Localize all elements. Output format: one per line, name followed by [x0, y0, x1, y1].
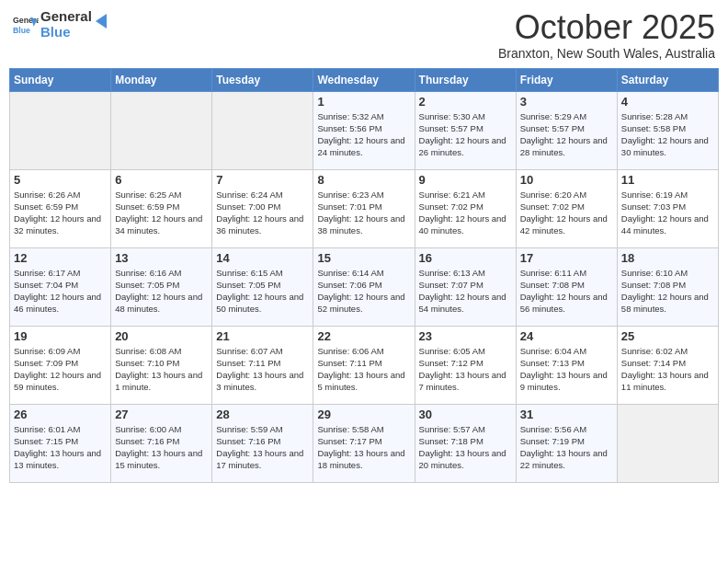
day-cell: 2Sunrise: 5:30 AMSunset: 5:57 PMDaylight…	[415, 91, 516, 169]
day-number: 18	[621, 251, 714, 265]
day-number: 12	[14, 251, 107, 265]
page-header: General Blue General Blue October 2025 B…	[9, 9, 719, 61]
day-number: 26	[14, 408, 107, 421]
day-number: 29	[317, 408, 410, 421]
day-info: Sunrise: 6:15 AMSunset: 7:05 PMDaylight:…	[216, 267, 309, 316]
day-info: Sunrise: 6:05 AMSunset: 7:12 PMDaylight:…	[419, 345, 512, 394]
day-info: Sunrise: 5:58 AMSunset: 7:17 PMDaylight:…	[317, 423, 410, 472]
day-number: 24	[520, 329, 613, 343]
day-info: Sunrise: 6:02 AMSunset: 7:14 PMDaylight:…	[621, 345, 714, 394]
day-info: Sunrise: 6:17 AMSunset: 7:04 PMDaylight:…	[14, 267, 107, 316]
day-cell: 15Sunrise: 6:14 AMSunset: 7:06 PMDayligh…	[313, 247, 415, 326]
day-cell: 5Sunrise: 6:26 AMSunset: 6:59 PMDaylight…	[10, 169, 111, 247]
day-number: 13	[115, 251, 208, 265]
day-info: Sunrise: 5:30 AMSunset: 5:57 PMDaylight:…	[419, 110, 512, 159]
logo-icon: General Blue	[13, 12, 39, 38]
day-number: 23	[419, 329, 512, 343]
day-info: Sunrise: 6:09 AMSunset: 7:09 PMDaylight:…	[14, 345, 107, 394]
day-info: Sunrise: 6:21 AMSunset: 7:02 PMDaylight:…	[419, 189, 512, 237]
day-info: Sunrise: 6:16 AMSunset: 7:05 PMDaylight:…	[115, 267, 208, 316]
day-number: 15	[317, 251, 410, 265]
day-cell: 29Sunrise: 5:58 AMSunset: 7:17 PMDayligh…	[313, 404, 415, 482]
day-cell: 6Sunrise: 6:25 AMSunset: 6:59 PMDaylight…	[111, 169, 212, 247]
day-number: 25	[621, 329, 714, 343]
day-cell: 17Sunrise: 6:11 AMSunset: 7:08 PMDayligh…	[516, 247, 617, 326]
day-info: Sunrise: 6:11 AMSunset: 7:08 PMDaylight:…	[520, 267, 613, 316]
svg-text:Blue: Blue	[13, 25, 30, 34]
day-cell: 13Sunrise: 6:16 AMSunset: 7:05 PMDayligh…	[111, 247, 212, 326]
day-number: 16	[419, 251, 512, 265]
weekday-header-thursday: Thursday	[415, 68, 516, 91]
day-cell: 16Sunrise: 6:13 AMSunset: 7:07 PMDayligh…	[415, 247, 516, 326]
logo-arrow-icon	[96, 12, 114, 30]
calendar-table: SundayMondayTuesdayWednesdayThursdayFrid…	[9, 68, 719, 483]
day-cell: 20Sunrise: 6:08 AMSunset: 7:10 PMDayligh…	[111, 326, 212, 404]
day-number: 7	[216, 173, 309, 187]
day-cell	[617, 404, 718, 482]
weekday-header-tuesday: Tuesday	[212, 68, 313, 91]
day-number: 17	[520, 251, 613, 265]
weekday-header-saturday: Saturday	[617, 68, 718, 91]
day-number: 28	[216, 408, 309, 421]
day-number: 21	[216, 329, 309, 343]
day-number: 30	[419, 408, 512, 421]
day-info: Sunrise: 5:56 AMSunset: 7:19 PMDaylight:…	[520, 423, 613, 472]
day-cell: 10Sunrise: 6:20 AMSunset: 7:02 PMDayligh…	[516, 169, 617, 247]
week-row-2: 5Sunrise: 6:26 AMSunset: 6:59 PMDaylight…	[10, 169, 719, 247]
day-number: 2	[419, 95, 512, 109]
day-info: Sunrise: 6:19 AMSunset: 7:03 PMDaylight:…	[621, 189, 714, 237]
logo-blue: Blue	[40, 25, 92, 40]
day-cell	[10, 91, 111, 169]
day-number: 22	[317, 329, 410, 343]
day-number: 5	[14, 173, 107, 187]
day-info: Sunrise: 6:20 AMSunset: 7:02 PMDaylight:…	[520, 189, 613, 237]
weekday-header-sunday: Sunday	[10, 68, 111, 91]
day-info: Sunrise: 6:07 AMSunset: 7:11 PMDaylight:…	[216, 345, 309, 394]
day-info: Sunrise: 6:26 AMSunset: 6:59 PMDaylight:…	[14, 189, 107, 237]
day-info: Sunrise: 6:00 AMSunset: 7:16 PMDaylight:…	[115, 423, 208, 472]
day-cell: 7Sunrise: 6:24 AMSunset: 7:00 PMDaylight…	[212, 169, 313, 247]
day-info: Sunrise: 6:10 AMSunset: 7:08 PMDaylight:…	[621, 267, 714, 316]
day-cell: 14Sunrise: 6:15 AMSunset: 7:05 PMDayligh…	[212, 247, 313, 326]
month-title: October 2025	[498, 9, 715, 46]
day-cell: 22Sunrise: 6:06 AMSunset: 7:11 PMDayligh…	[313, 326, 415, 404]
day-info: Sunrise: 6:04 AMSunset: 7:13 PMDaylight:…	[520, 345, 613, 394]
day-info: Sunrise: 6:13 AMSunset: 7:07 PMDaylight:…	[419, 267, 512, 316]
day-cell: 12Sunrise: 6:17 AMSunset: 7:04 PMDayligh…	[10, 247, 111, 326]
day-number: 14	[216, 251, 309, 265]
weekday-header-friday: Friday	[516, 68, 617, 91]
day-info: Sunrise: 5:59 AMSunset: 7:16 PMDaylight:…	[216, 423, 309, 472]
day-number: 10	[520, 173, 613, 187]
title-block: October 2025 Branxton, New South Wales, …	[498, 9, 715, 61]
day-cell: 1Sunrise: 5:32 AMSunset: 5:56 PMDaylight…	[313, 91, 415, 169]
day-info: Sunrise: 6:06 AMSunset: 7:11 PMDaylight:…	[317, 345, 410, 394]
day-number: 20	[115, 329, 208, 343]
day-info: Sunrise: 6:14 AMSunset: 7:06 PMDaylight:…	[317, 267, 410, 316]
logo: General Blue General Blue	[13, 9, 114, 40]
day-info: Sunrise: 6:01 AMSunset: 7:15 PMDaylight:…	[14, 423, 107, 472]
day-cell: 26Sunrise: 6:01 AMSunset: 7:15 PMDayligh…	[10, 404, 111, 482]
day-cell: 4Sunrise: 5:28 AMSunset: 5:58 PMDaylight…	[617, 91, 718, 169]
day-info: Sunrise: 6:08 AMSunset: 7:10 PMDaylight:…	[115, 345, 208, 394]
day-cell: 23Sunrise: 6:05 AMSunset: 7:12 PMDayligh…	[415, 326, 516, 404]
day-cell: 21Sunrise: 6:07 AMSunset: 7:11 PMDayligh…	[212, 326, 313, 404]
day-number: 19	[14, 329, 107, 343]
day-number: 3	[520, 95, 613, 109]
logo-general: General	[40, 9, 92, 25]
day-number: 31	[520, 408, 613, 421]
week-row-4: 19Sunrise: 6:09 AMSunset: 7:09 PMDayligh…	[10, 326, 719, 404]
day-info: Sunrise: 5:32 AMSunset: 5:56 PMDaylight:…	[317, 110, 410, 159]
day-cell: 24Sunrise: 6:04 AMSunset: 7:13 PMDayligh…	[516, 326, 617, 404]
day-cell: 9Sunrise: 6:21 AMSunset: 7:02 PMDaylight…	[415, 169, 516, 247]
weekday-header-row: SundayMondayTuesdayWednesdayThursdayFrid…	[10, 68, 719, 91]
day-cell: 25Sunrise: 6:02 AMSunset: 7:14 PMDayligh…	[617, 326, 718, 404]
weekday-header-monday: Monday	[111, 68, 212, 91]
weekday-header-wednesday: Wednesday	[313, 68, 415, 91]
week-row-1: 1Sunrise: 5:32 AMSunset: 5:56 PMDaylight…	[10, 91, 719, 169]
day-cell: 31Sunrise: 5:56 AMSunset: 7:19 PMDayligh…	[516, 404, 617, 482]
day-number: 11	[621, 173, 714, 187]
day-cell: 27Sunrise: 6:00 AMSunset: 7:16 PMDayligh…	[111, 404, 212, 482]
day-cell: 30Sunrise: 5:57 AMSunset: 7:18 PMDayligh…	[415, 404, 516, 482]
location: Branxton, New South Wales, Australia	[498, 46, 715, 61]
day-cell	[212, 91, 313, 169]
